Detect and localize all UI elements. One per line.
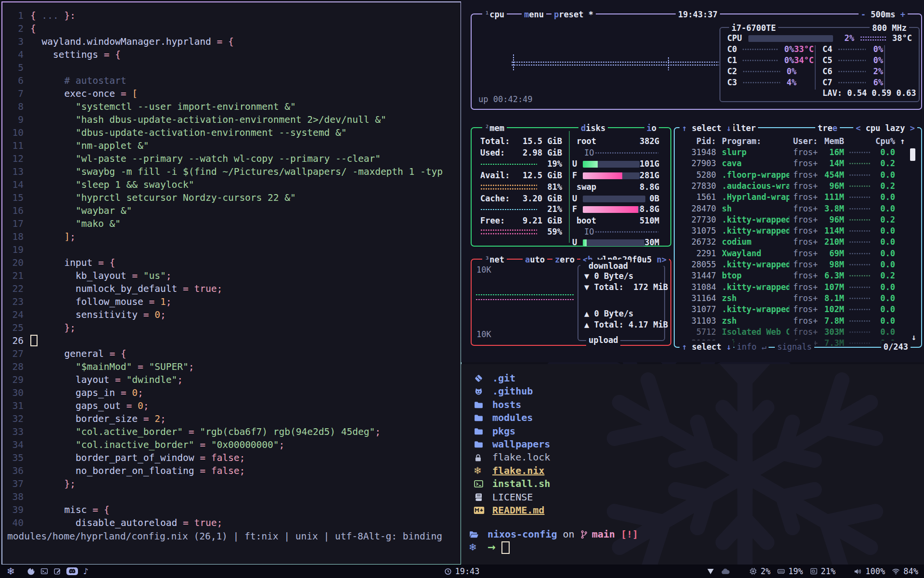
code-line[interactable]: 26 xyxy=(2,334,461,347)
code-line[interactable]: 8 "systemctl --user import-environment &… xyxy=(2,100,461,113)
header-program[interactable]: Program: xyxy=(722,136,789,147)
wifi-module[interactable]: 84% xyxy=(892,566,918,576)
code-line[interactable]: 10 "dbus-update-activation-environment -… xyxy=(2,126,461,139)
menu-button[interactable]: menu xyxy=(522,8,546,21)
note-launcher[interactable] xyxy=(53,567,61,575)
hdd-module[interactable]: 21% xyxy=(810,566,836,576)
process-row[interactable]: 31075.kitty-wrappedfros+114M0.0 xyxy=(682,225,911,236)
proc-select-control[interactable]: ↑ select ↓ xyxy=(680,122,733,134)
header-pid[interactable]: Pid: xyxy=(682,136,716,147)
file-item[interactable]: flake.lock xyxy=(474,451,550,464)
code-line[interactable]: 33 "col.active_border" = "rgb(cba6f7) rg… xyxy=(2,425,461,438)
process-row[interactable]: 27903cavafros+14M0.2 xyxy=(682,158,911,169)
header-cpu[interactable]: Cpu% xyxy=(871,136,895,147)
code-line[interactable]: 1{ ... }: xyxy=(2,9,461,22)
io-mode-toggle[interactable]: io xyxy=(644,122,659,134)
header-user[interactable]: User: xyxy=(793,136,820,147)
firefox-launcher[interactable] xyxy=(27,567,35,576)
code-line[interactable]: 3 wayland.windowManager.hyprland = { xyxy=(2,35,461,48)
select-down-icon[interactable]: ↓ xyxy=(721,342,731,352)
file-item[interactable]: wallpapers xyxy=(474,438,550,451)
nix-launcher[interactable]: ❄ xyxy=(7,565,15,577)
code-line[interactable]: 24 sensitivity = 0; xyxy=(2,308,461,321)
code-line[interactable]: 29 layout = "dwindle"; xyxy=(2,373,461,386)
code-line[interactable]: 34 "col.inactive_border" = "0x00000000"; xyxy=(2,438,461,451)
header-memory[interactable]: MemB xyxy=(820,136,844,147)
process-row[interactable]: 31447btopfros+6.3M0.2 xyxy=(682,270,911,281)
terminal-cursor[interactable] xyxy=(501,541,510,554)
net-zero-toggle[interactable]: zero xyxy=(552,253,577,266)
proc-table-header[interactable]: Pid: Program: User: MemB Cpu% ↑ xyxy=(682,136,911,147)
chip-module[interactable]: 2% xyxy=(749,566,770,576)
shell-prompt[interactable]: nixos-config on main [!] ❄→ xyxy=(469,528,638,554)
process-row[interactable]: 31164zshfros+8.1M0.0 xyxy=(682,293,911,304)
process-row[interactable]: 31103zshfros+7.8M0.0 xyxy=(682,315,911,327)
file-item[interactable]: .git xyxy=(474,372,550,385)
code-line[interactable]: 19 xyxy=(2,243,461,256)
editor-window[interactable]: 1{ ... }:2{3 wayland.windowManager.hyprl… xyxy=(1,1,462,565)
code-line[interactable]: 2{ xyxy=(2,22,461,35)
proc-scroll-down-icon[interactable]: ↓ xyxy=(911,332,916,342)
code-line[interactable]: 11 "nm-applet &" xyxy=(2,139,461,152)
update-interval-control[interactable]: - 500ms + xyxy=(859,8,908,21)
proc-scrollbar[interactable] xyxy=(910,148,915,161)
file-item[interactable]: modules xyxy=(474,411,550,424)
code-line[interactable]: 36 no_border_on_floating = false; xyxy=(2,464,461,477)
volume-module[interactable]: 100% xyxy=(854,566,885,576)
code-line[interactable]: 4 settings = { xyxy=(2,48,461,61)
process-row[interactable]: 28470shfros+3.8M0.0 xyxy=(682,203,911,214)
code-line[interactable]: 17 "mako &" xyxy=(2,217,461,230)
file-item[interactable]: hosts xyxy=(474,398,550,411)
code-line[interactable]: 22 numlock_by_default = true; xyxy=(2,282,461,295)
code-line[interactable]: 28 "$mainMod" = "SUPER"; xyxy=(2,360,461,373)
process-row[interactable]: 5712Isolated Web Cfros+303M0.0 xyxy=(682,327,911,338)
ram-module[interactable]: 19% xyxy=(777,566,803,576)
code-line[interactable]: 40 disable_autoreload = true; xyxy=(2,516,461,529)
code-line[interactable]: 21 kb_layout = "us"; xyxy=(2,269,461,282)
interval-plus-button[interactable]: + xyxy=(896,10,905,19)
file-item[interactable]: .github xyxy=(474,385,550,398)
proc-tree-toggle[interactable]: tree xyxy=(815,122,840,134)
code-line[interactable]: 12 "wl-paste --primary --watch wl-copy -… xyxy=(2,152,461,165)
code-line[interactable]: 27 general = { xyxy=(2,347,461,360)
code-line[interactable]: 35 border_part_of_window = false; xyxy=(2,451,461,464)
process-row[interactable]: 1561.Hyprland-wrapfros+111M0.0 xyxy=(682,192,911,203)
cloud-tray-icon[interactable] xyxy=(721,568,730,575)
select-up-icon[interactable]: ↑ xyxy=(682,342,692,352)
process-row[interactable]: 5280.floorp-wrappefros+454M0.0 xyxy=(682,170,911,181)
code-line[interactable]: 39 misc = { xyxy=(2,503,461,516)
select-up-icon[interactable]: ↑ xyxy=(682,123,692,133)
process-row[interactable]: 31077.kitty-wrappedfros+102M0.0 xyxy=(682,304,911,315)
process-row[interactable]: 31084.kitty-wrappedfros+107M0.0 xyxy=(682,282,911,293)
code-line[interactable]: 7 exec-once = [ xyxy=(2,87,461,100)
code-line[interactable]: 13 "swaybg -m fill -i $(find ~/Pictures/… xyxy=(2,165,461,178)
code-line[interactable]: 25 }; xyxy=(2,321,461,334)
code-area[interactable]: 1{ ... }:2{3 wayland.windowManager.hyprl… xyxy=(2,9,461,529)
file-item[interactable]: ❄flake.nix xyxy=(474,464,550,477)
waybar-clock[interactable]: 19:43 xyxy=(444,565,479,578)
disks-toggle[interactable]: disks xyxy=(578,122,608,134)
select-down-icon[interactable]: ↓ xyxy=(721,123,731,133)
process-row[interactable]: 2291Xwaylandfros+69M0.0 xyxy=(682,248,911,259)
proc-select-control2[interactable]: ↑ select ↓ xyxy=(680,341,733,353)
net-auto-toggle[interactable]: auto xyxy=(523,253,547,266)
interval-minus-button[interactable]: - xyxy=(861,10,871,19)
sort-prev-button[interactable]: < xyxy=(856,123,865,133)
file-item[interactable]: install.sh xyxy=(474,477,550,490)
code-line[interactable]: 18 ]; xyxy=(2,230,461,243)
process-row[interactable]: 31948slurpfros+16M0.0 xyxy=(682,147,911,158)
discord-launcher[interactable] xyxy=(66,567,78,575)
process-row[interactable]: 28055.kitty-wrappedfros+98M0.0 xyxy=(682,259,911,270)
code-line[interactable]: 6 # autostart xyxy=(2,74,461,87)
code-line[interactable]: 30 gaps_in = 0; xyxy=(2,386,461,399)
network-tray-icon[interactable] xyxy=(707,568,714,575)
code-line[interactable]: 38 xyxy=(2,490,461,503)
code-line[interactable]: 37 }; xyxy=(2,477,461,490)
code-line[interactable]: 16 "waybar &" xyxy=(2,204,461,217)
process-row[interactable]: 27730.kitty-wrappedfros+96M0.2 xyxy=(682,214,911,225)
code-line[interactable]: 14 "sleep 1 && swaylock" xyxy=(2,178,461,191)
music-launcher[interactable]: ♪ xyxy=(83,566,89,576)
proc-sort-control[interactable]: < cpu lazy > xyxy=(853,122,917,134)
sort-next-button[interactable]: > xyxy=(905,123,915,133)
btop-monitor[interactable]: ¹cpu menu preset * 19:43:37 - 500ms + up… xyxy=(461,0,924,362)
